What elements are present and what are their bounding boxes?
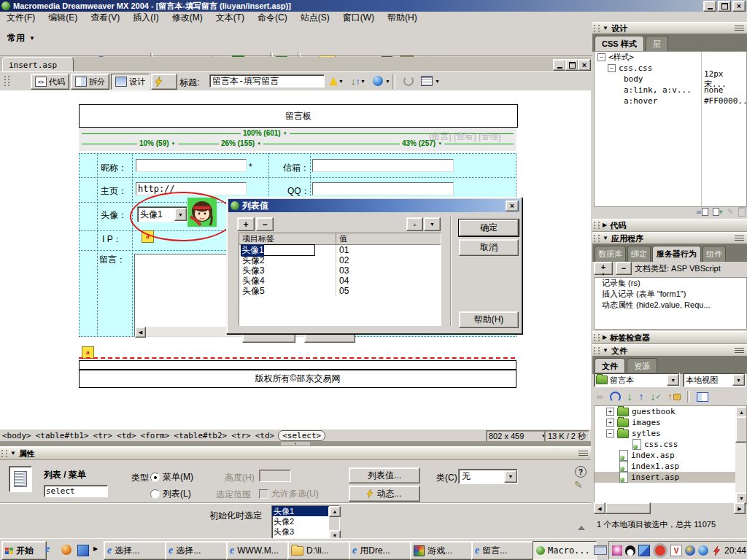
attach-stylesheet-icon[interactable] <box>696 208 708 216</box>
clock[interactable]: 20:44 <box>724 545 746 556</box>
dialog-close-button[interactable] <box>506 201 519 211</box>
menu-commands[interactable]: 命令(C) <box>251 12 294 24</box>
new-css-rule-icon[interactable] <box>713 208 723 216</box>
scroll-up-button[interactable] <box>329 506 341 517</box>
radio-off-icon[interactable] <box>150 489 160 499</box>
tab-components[interactable]: 组件 <box>703 246 726 262</box>
type-menu-radio[interactable]: 菜单(M) <box>150 471 193 483</box>
behavior-item[interactable]: 动态属性 (hide2.value, Requ... <box>595 300 746 311</box>
qq-input[interactable] <box>312 182 454 195</box>
panel-grip[interactable] <box>594 25 600 32</box>
close-button[interactable] <box>732 1 746 12</box>
panel-grip[interactable] <box>594 222 600 229</box>
tag-td[interactable]: <td> <box>115 431 139 440</box>
scroll-left-button[interactable] <box>135 327 146 338</box>
window-size-indicator[interactable]: 802 x 459 <box>486 430 549 442</box>
tag-body[interactable]: <body> <box>0 431 34 440</box>
file-tree-row[interactable]: css.css <box>595 439 746 450</box>
css-rule-row[interactable]: body 12px 宋... <box>595 74 746 85</box>
view-dropdown-arrow[interactable] <box>732 374 745 386</box>
document-tab[interactable]: insert.asp <box>2 57 74 73</box>
dynamic-button[interactable]: 动态... <box>349 486 420 502</box>
check-out-icon[interactable] <box>651 391 662 402</box>
behavior-item[interactable]: 插入记录 (表单 "form1") <box>595 289 746 300</box>
menu-insert[interactable]: 插入(I) <box>126 12 165 24</box>
quicklaunch-overflow-chevron[interactable] <box>93 543 98 552</box>
task-button[interactable]: D:\li... <box>287 541 350 560</box>
file-tree-row[interactable]: index1.asp <box>595 461 746 472</box>
tray-messenger-icon[interactable] <box>612 545 622 556</box>
tray-antivirus-icon[interactable] <box>711 545 721 556</box>
item-value-cell[interactable]: 05 <box>336 286 441 296</box>
tag-tr2[interactable]: <tr> <box>229 431 253 440</box>
help-icon[interactable] <box>575 466 587 478</box>
tag-form[interactable]: <form> <box>139 431 172 440</box>
tab-databases[interactable]: 数据库 <box>595 246 626 262</box>
item-value-cell[interactable]: 04 <box>336 276 441 286</box>
file-tree-row[interactable]: guestbook <box>595 406 746 417</box>
menu-help[interactable]: 帮助(H) <box>381 12 424 24</box>
file-tree-row-selected[interactable]: insert.asp <box>595 472 746 483</box>
menu-file[interactable]: 文件(F) <box>0 12 42 24</box>
table-row[interactable]: 头像1 01 <box>239 245 441 255</box>
design-canvas[interactable]: 留言板 100% (601) [留言] [查看] [管理] 10% (59) 2… <box>0 90 591 429</box>
panel-splitter[interactable] <box>0 441 591 446</box>
tab-server-behaviors[interactable]: 服务器行为 <box>652 246 701 262</box>
server-behaviors-list[interactable]: 记录集 (rs) 插入记录 (表单 "form1") 动态属性 (hide2.v… <box>594 277 747 330</box>
tab-css-styles[interactable]: CSS 样式 <box>595 36 644 52</box>
tree-collapse-icon[interactable] <box>606 429 614 438</box>
panel-collapse-triangle[interactable] <box>578 526 585 530</box>
select-name-input[interactable] <box>44 485 108 497</box>
preview-browser-button[interactable] <box>369 74 394 88</box>
column1-width-menu[interactable]: 10% (59) <box>137 139 178 147</box>
site-dropdown-arrow[interactable] <box>667 374 679 386</box>
css-styles-tree[interactable]: <样式> css.css body 12px 宋... a:link, a:v.… <box>594 51 747 207</box>
item-value-cell[interactable]: 01 <box>336 245 441 255</box>
scroll-thumb[interactable] <box>735 416 747 443</box>
check-in-icon[interactable] <box>667 391 681 402</box>
table-width-menu[interactable]: 100% (601) <box>241 129 290 137</box>
move-up-button[interactable] <box>406 217 423 231</box>
quicklaunch-mediaplayer-icon[interactable] <box>61 545 71 555</box>
file-tree-row[interactable]: images <box>595 417 746 428</box>
put-files-icon[interactable] <box>639 391 644 402</box>
panel-menu-icon[interactable] <box>735 26 744 32</box>
file-tree-hscrollbar[interactable] <box>594 503 746 513</box>
edit-style-icon[interactable] <box>727 207 734 217</box>
task-button[interactable]: 留言... <box>471 541 534 560</box>
restore-button[interactable] <box>718 1 731 12</box>
type-list-radio[interactable]: 列表(L) <box>150 488 191 500</box>
tag-select-selected[interactable]: <select> <box>278 430 325 441</box>
help-button[interactable]: 帮助(H) <box>459 311 519 328</box>
list-item[interactable]: 头像3 <box>272 526 328 537</box>
menu-modify[interactable]: 修改(M) <box>166 12 209 24</box>
code-panel-header[interactable]: 代码 <box>592 219 747 232</box>
menu-text[interactable]: 文本(T) <box>209 12 251 24</box>
panel-menu-icon[interactable] <box>735 348 744 354</box>
view-dropdown[interactable]: 本地视图 <box>683 373 746 387</box>
page-title-input[interactable] <box>209 74 325 88</box>
tray-ime-icon[interactable] <box>685 545 695 556</box>
table-row[interactable]: 头像3 03 <box>239 265 441 276</box>
file-tree-vscrollbar[interactable] <box>735 406 746 504</box>
connect-icon[interactable] <box>597 392 603 402</box>
menu-site[interactable]: 站点(S) <box>294 12 336 24</box>
input-method-keyboard-icon[interactable] <box>594 545 607 555</box>
design-view-button[interactable]: 设计 <box>111 74 150 90</box>
quick-tag-edit-icon[interactable] <box>574 479 583 491</box>
code-view-button[interactable]: 代码 <box>31 74 69 90</box>
view-options-button[interactable] <box>417 74 444 88</box>
item-value-cell[interactable]: 03 <box>336 265 441 276</box>
tag-td2[interactable]: <td> <box>253 431 277 440</box>
toolbar-category-dropdown[interactable]: 常用 <box>7 32 35 44</box>
panel-grip[interactable] <box>1 450 7 457</box>
menu-view[interactable]: 查看(V) <box>84 12 126 24</box>
ok-button[interactable]: 确定 <box>459 219 519 236</box>
refresh-icon[interactable] <box>610 392 621 402</box>
table-row[interactable]: 头像2 02 <box>239 255 441 265</box>
remove-behavior-button[interactable] <box>616 262 632 275</box>
menu-window[interactable]: 窗口(W) <box>336 12 381 24</box>
panel-grip[interactable] <box>594 347 600 354</box>
task-button-active[interactable]: Macro... <box>533 541 597 560</box>
list-item-selected[interactable]: 头像1 <box>272 506 328 516</box>
